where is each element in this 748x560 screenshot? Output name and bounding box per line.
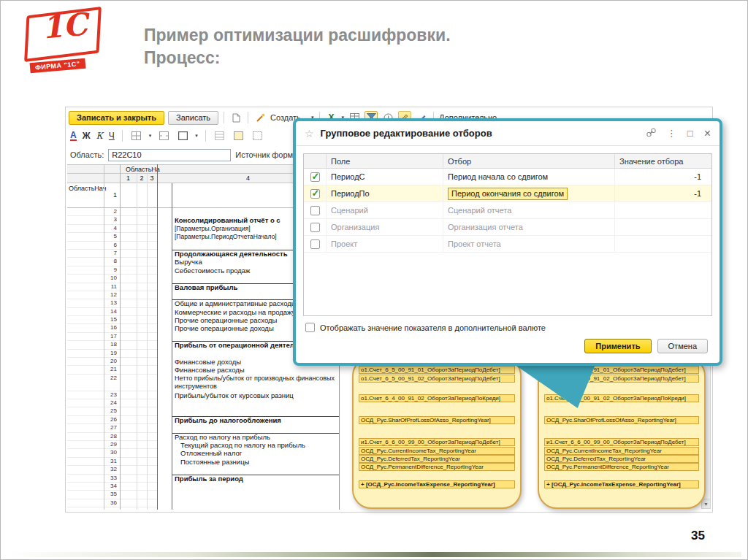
row-number[interactable]: 15 <box>104 316 118 324</box>
formula-cell[interactable]: ОСД_Рус.DeferredTax_ReportingYear <box>359 455 515 463</box>
outer-border-icon[interactable] <box>176 129 189 142</box>
merge-cells-icon[interactable] <box>157 129 170 142</box>
grid-cell-text[interactable]: Отложенный налог <box>180 449 242 457</box>
row-number[interactable]: 13 <box>104 299 118 307</box>
filter-cell[interactable]: Проект отчета <box>443 236 614 252</box>
row-number[interactable]: 24 <box>104 399 118 407</box>
grid-cell-text[interactable]: Коммерческие и расходы на продажу <box>175 308 295 316</box>
formula-cell[interactable]: ОСД_Рус.CurrentIncomeTax_ReportingYear <box>359 447 515 455</box>
grid-cell-text[interactable]: Прибыль до налогообложения <box>175 416 281 424</box>
row-number[interactable]: 9 <box>104 266 118 275</box>
grid-cell-text[interactable]: [Параметры.ПериодОтчетаНачало] <box>175 233 277 241</box>
filter-value-cell[interactable] <box>614 236 711 252</box>
formula-cell[interactable]: и1.Счет_6_6_00_99_00_ОборотЗаПериодПоДеб… <box>544 438 699 446</box>
row-number[interactable]: 3 <box>104 216 118 224</box>
formula-cell[interactable]: о1.Счет_6_5_00_91_01_ОборотЗаПериодПоДеб… <box>359 366 515 374</box>
row-number[interactable]: 28 <box>104 433 118 441</box>
save-and-close-button[interactable]: Записать и закрыть <box>69 111 164 125</box>
dropdown-caret-icon[interactable]: ▾ <box>149 133 152 139</box>
link-icon[interactable] <box>646 128 656 139</box>
column-header[interactable]: 2 <box>137 174 147 182</box>
row-number[interactable]: 8 <box>104 258 118 266</box>
document-icon[interactable] <box>229 111 243 124</box>
row-number[interactable]: 19 <box>104 350 118 358</box>
row-number[interactable]: 12 <box>104 291 118 299</box>
formula-cell[interactable]: о1.Счет_6_5_00_91_02_ОборотЗаПериодПоДеб… <box>359 375 515 383</box>
row-number[interactable]: 32 <box>104 466 118 474</box>
fill-color-icon[interactable] <box>232 129 245 142</box>
filter-value-cell[interactable] <box>614 219 711 235</box>
row-number[interactable]: 17 <box>104 333 118 341</box>
row-number[interactable]: 21 <box>104 366 118 374</box>
dialog-filter-row[interactable]: ПериодСПериод начала со сдвигом-1 <box>304 169 711 185</box>
favorite-star-icon[interactable]: ☆ <box>305 128 314 139</box>
row-number[interactable]: 1 <box>104 191 118 199</box>
row-number[interactable]: 14 <box>104 308 118 316</box>
row-checkbox-unchecked[interactable] <box>310 206 320 215</box>
maximize-icon[interactable]: □ <box>687 128 693 139</box>
formula-cell[interactable]: ОСД_Рус.CurrentIncomeTax_ReportingYear <box>544 447 699 455</box>
row-number[interactable]: 30 <box>104 449 118 457</box>
row-number[interactable]: 22 <box>104 375 118 391</box>
formula-cell[interactable]: ОСД_Рус.DeferredTax_ReportingYear <box>544 455 699 463</box>
row-number[interactable]: 29 <box>104 441 118 449</box>
formula-cell[interactable]: о1.Счет_6_4_00_91_02_ОборотЗаПериодПоКре… <box>359 394 515 402</box>
grid-cell-text[interactable]: Валовая прибыль <box>175 283 237 291</box>
grid-cell-text[interactable]: Общие и административные расходы <box>175 299 297 307</box>
grid-cell-text[interactable]: Прибыль/убыток от курсовых разниц <box>175 391 294 399</box>
grid-cell-text[interactable]: Текущий расход по налогу на прибыль <box>180 441 305 449</box>
row-number[interactable]: 25 <box>104 407 118 415</box>
grid-cell-text[interactable]: [Параметры.Организация] <box>175 225 251 233</box>
formula-cell[interactable]: ОСД_Рус.PermanentDifference_ReportingYea… <box>359 463 515 471</box>
formula-cell[interactable]: ОСД_Рус.PermanentDifference_ReportingYea… <box>544 463 699 471</box>
grid-cell-text[interactable]: Продолжающаяся деятельность <box>175 250 287 258</box>
grid-cell-text[interactable]: Прочие операционные расходы <box>175 316 277 324</box>
field-cell[interactable]: ПериодПо <box>326 185 443 202</box>
row-number[interactable]: 4 <box>104 225 118 233</box>
grid-lines-icon[interactable] <box>213 129 226 142</box>
grid-cell-text[interactable]: Консолидированный отчёт о с <box>175 216 280 224</box>
grid-cell-text[interactable]: Прибыль за период <box>175 475 243 483</box>
row-number[interactable]: 10 <box>104 275 118 283</box>
formula-cell[interactable]: ОСД_Рус.SharOfProfLossOfAsso_ReportingYe… <box>359 416 515 424</box>
row-number[interactable]: 27 <box>104 424 118 432</box>
grid-cell-text[interactable]: Финансовые расходы <box>175 366 245 374</box>
magic-wand-icon[interactable] <box>253 111 267 124</box>
italic-icon[interactable]: К <box>96 131 103 141</box>
row-number[interactable]: 2 <box>104 208 118 216</box>
grid-cell-text[interactable]: Расход по налогу на прибыль <box>175 433 270 441</box>
formula-cell[interactable]: ОСД_Рус.SharOfProfLossOfAsso_ReportingYe… <box>544 416 699 424</box>
filter-cell[interactable]: Период окончания со сдвигом <box>443 185 614 202</box>
dialog-filter-row[interactable]: СценарийСценарий отчета <box>304 202 711 219</box>
dialog-filter-row[interactable]: ПериодПоПериод окончания со сдвигом-1 <box>304 185 711 202</box>
cancel-button[interactable]: Отмена <box>657 339 708 353</box>
column-header[interactable]: 3 <box>147 174 157 182</box>
row-number[interactable]: 26 <box>104 416 118 424</box>
dialog-filter-row[interactable]: ПроектПроект отчета <box>304 236 711 253</box>
filter-value-cell[interactable]: -1 <box>614 169 711 185</box>
scroll-down-icon[interactable]: ▼ <box>702 499 710 508</box>
formula-cell[interactable]: + [ОСД_Рус.IncomeTaxExpense_ReportingYea… <box>359 480 515 488</box>
apply-button[interactable]: Применить <box>584 339 651 353</box>
area-input[interactable] <box>108 149 231 161</box>
field-cell[interactable]: Проект <box>326 236 443 252</box>
more-menu-icon[interactable]: ⋮ <box>667 128 676 139</box>
row-number[interactable]: 16 <box>104 324 118 332</box>
formula-cell[interactable]: + [ОСД_Рус.IncomeTaxExpense_ReportingYea… <box>544 480 699 488</box>
grid-cell-text[interactable]: Нетто прибыль/убыток от производных фина… <box>175 375 341 391</box>
row-checkbox-checked[interactable] <box>310 172 320 182</box>
row-number[interactable]: 23 <box>104 391 118 399</box>
row-checkbox-unchecked[interactable] <box>310 239 320 249</box>
bold-icon[interactable]: Ж <box>83 131 91 141</box>
filter-cell[interactable]: Сценарий отчета <box>443 202 614 218</box>
underline-icon[interactable]: Ч <box>109 131 115 141</box>
grid-cell-text[interactable]: Прочие операционные доходы <box>175 324 274 332</box>
row-number[interactable]: 34 <box>104 483 118 491</box>
filter-value-cell[interactable] <box>614 202 711 218</box>
column-header[interactable]: 1 <box>120 174 137 182</box>
borders-icon[interactable] <box>130 129 143 142</box>
filter-cell[interactable]: Период начала со сдвигом <box>443 169 614 185</box>
field-cell[interactable]: ПериодС <box>326 169 443 185</box>
cell-format-icon[interactable] <box>251 129 264 142</box>
row-number[interactable]: 35 <box>104 491 118 499</box>
